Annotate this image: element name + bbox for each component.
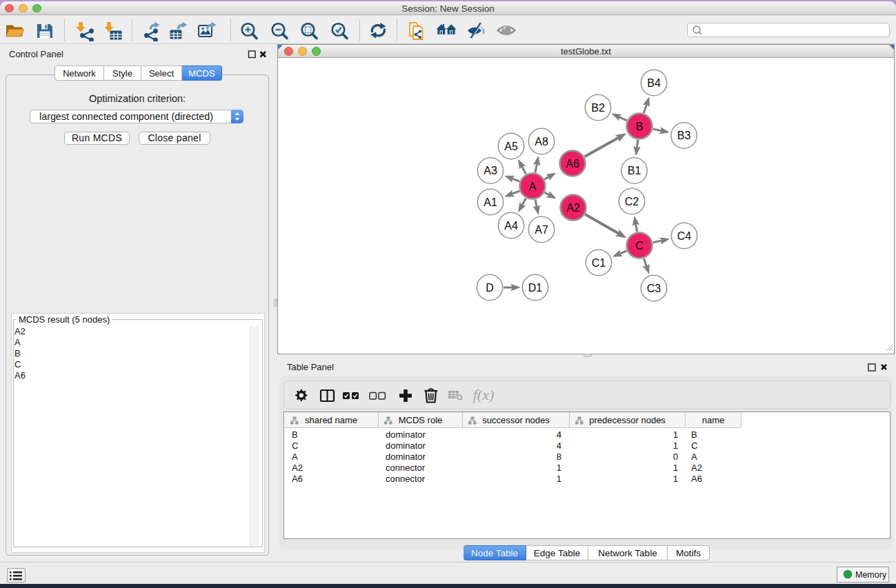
svg-text:B1: B1 [628, 165, 641, 176]
svg-text:A: A [529, 181, 537, 192]
svg-text:C2: C2 [625, 196, 639, 207]
svg-text:B4: B4 [647, 77, 661, 89]
svg-text:B2: B2 [591, 102, 605, 114]
svg-text:C: C [635, 240, 644, 252]
svg-text:f(x): f(x) [473, 386, 494, 403]
svg-text:A5: A5 [504, 141, 518, 152]
svg-text:A6: A6 [566, 158, 579, 170]
svg-text:C3: C3 [647, 283, 661, 294]
svg-text:B: B [636, 121, 644, 132]
svg-text:D1: D1 [528, 282, 543, 294]
svg-text:D: D [486, 282, 494, 294]
svg-text:A8: A8 [535, 136, 548, 148]
svg-text:B3: B3 [677, 130, 691, 141]
svg-text:C1: C1 [592, 257, 606, 269]
svg-text:C4: C4 [677, 230, 692, 242]
svg-text:A3: A3 [484, 165, 497, 176]
svg-text:A1: A1 [484, 196, 497, 208]
svg-text:A2: A2 [566, 202, 580, 214]
svg-text:A4: A4 [504, 220, 518, 232]
svg-text:A7: A7 [535, 224, 548, 236]
